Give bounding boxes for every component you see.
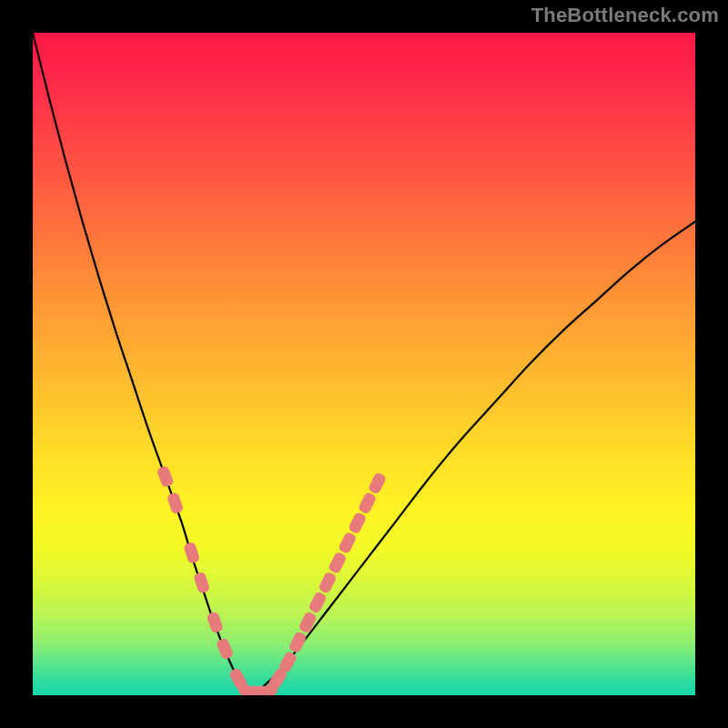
watermark-label: TheBottleneck.com xyxy=(531,4,719,27)
data-marker xyxy=(348,511,367,534)
data-marker xyxy=(318,571,337,593)
data-marker xyxy=(298,611,317,633)
data-marker xyxy=(308,591,327,613)
chart-frame: TheBottleneck.com xyxy=(0,0,728,728)
data-marker xyxy=(368,471,387,494)
marker-layer xyxy=(33,33,695,695)
data-marker xyxy=(338,531,357,554)
data-marker xyxy=(206,611,224,633)
data-marker xyxy=(328,551,347,574)
data-marker xyxy=(157,465,175,488)
data-marker xyxy=(167,491,185,514)
marker-group xyxy=(157,465,388,695)
data-marker xyxy=(358,491,377,514)
data-marker xyxy=(288,631,307,653)
data-marker xyxy=(183,541,200,564)
data-marker xyxy=(216,637,234,660)
data-marker xyxy=(193,571,210,594)
plot-area xyxy=(33,33,695,695)
